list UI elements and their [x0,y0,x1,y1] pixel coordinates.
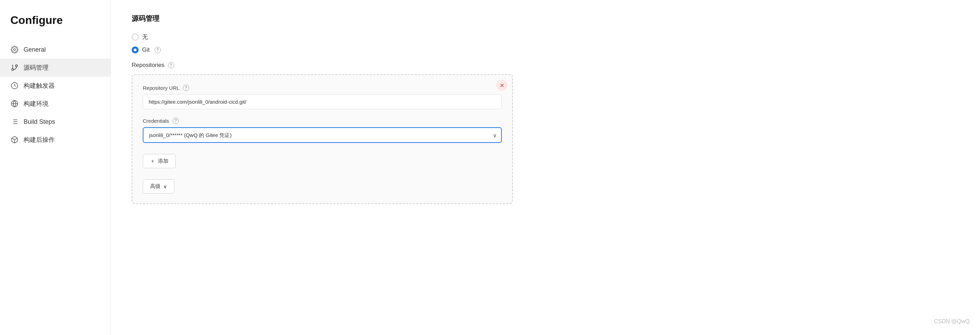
close-icon: ✕ [500,82,504,89]
list-icon [10,118,19,126]
advanced-button-label: 高级 [150,183,161,190]
sidebar-item-post-build[interactable]: 构建后操作 [0,131,111,149]
sidebar-item-general[interactable]: General [0,41,111,59]
gear-icon [10,45,19,54]
sidebar-item-build-steps-label: Build Steps [24,118,55,126]
sidebar-item-general-label: General [24,46,46,53]
repositories-text: Repositories [132,62,165,69]
radio-none-label: 无 [142,33,148,41]
radio-option-git[interactable]: Git ? [132,46,959,53]
sidebar-item-source-management-label: 源码管理 [24,64,49,72]
scm-radio-group: 无 Git ? [132,33,959,53]
repositories-help-icon[interactable]: ? [168,62,174,68]
svg-point-3 [12,69,14,71]
credentials-label-text: Credentials [143,118,169,124]
globe-icon [10,99,19,108]
repositories-label: Repositories ? [132,62,959,69]
sidebar-item-post-build-label: 构建后操作 [24,136,55,144]
sidebar-item-build-env-label: 构建环境 [24,99,49,108]
repository-url-help-icon[interactable]: ? [183,85,189,91]
advanced-button[interactable]: 高级 ∨ [143,179,174,193]
radio-git-circle [132,46,138,53]
repository-container: ✕ Repository URL ? Credentials ? jsonlil… [132,74,513,204]
repository-url-label-text: Repository URL [143,85,180,91]
add-icon: ＋ [150,158,155,164]
sidebar-item-build-env[interactable]: 构建环境 [0,95,111,113]
add-button[interactable]: ＋ 添加 [143,154,176,168]
git-help-icon[interactable]: ? [154,47,161,53]
radio-git-label: Git [142,46,150,53]
add-button-label: 添加 [158,158,169,164]
repository-url-group: Repository URL ? [143,85,502,109]
credentials-select-wrapper: jsonlili_0/****** (QwQ 的 Gitee 凭证) ∨ [143,127,502,143]
section-title: 源码管理 [132,14,959,23]
sidebar: Configure General 源码管理 [0,0,111,335]
radio-option-none[interactable]: 无 [132,33,959,41]
sidebar-item-build-steps[interactable]: Build Steps [0,113,111,131]
repository-url-input[interactable] [143,94,502,109]
svg-point-2 [16,65,18,67]
clock-icon [10,81,19,90]
page-title: Configure [0,14,111,41]
close-repository-button[interactable]: ✕ [496,80,508,91]
credentials-select[interactable]: jsonlili_0/****** (QwQ 的 Gitee 凭证) [143,127,502,143]
sidebar-item-build-trigger-label: 构建触发器 [24,81,55,90]
credentials-help-icon[interactable]: ? [173,118,179,124]
radio-none-circle [132,34,138,41]
box-icon [10,136,19,144]
repository-url-label: Repository URL ? [143,85,502,91]
main-content: 源码管理 无 Git ? Repositories ? ✕ Repository… [111,0,980,335]
sidebar-item-source-management[interactable]: 源码管理 [0,59,111,77]
advanced-chevron-icon: ∨ [163,183,167,190]
svg-point-0 [14,49,16,51]
credentials-label: Credentials ? [143,118,502,124]
credentials-group: Credentials ? jsonlili_0/****** (QwQ 的 G… [143,118,502,143]
git-branch-icon [10,64,19,72]
sidebar-item-build-trigger[interactable]: 构建触发器 [0,77,111,95]
